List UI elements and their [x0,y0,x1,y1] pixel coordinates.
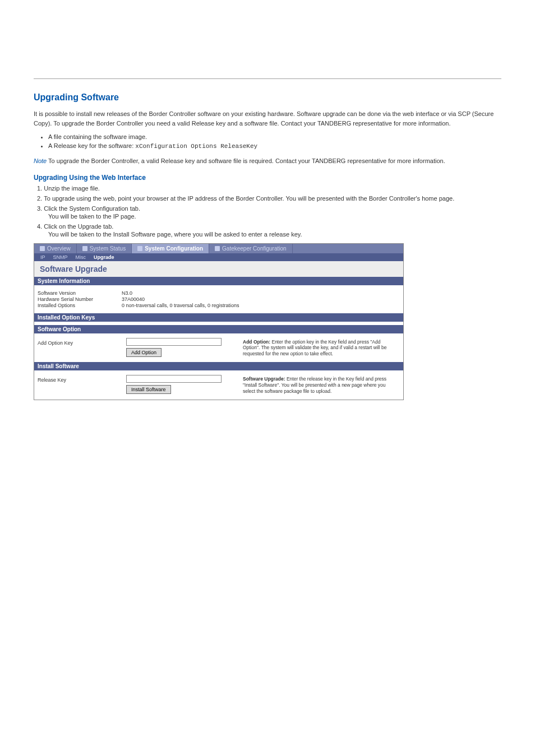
clock-icon [82,246,87,251]
doc-steps: Unzip the image file. To upgrade using t… [34,185,501,238]
install-software-button[interactable]: Install Software [126,385,171,394]
kv-row: Hardware Serial Number 37A00040 [38,296,400,302]
tab-system-configuration[interactable]: System Configuration [132,244,209,253]
install-software-help: Software Upgrade: Enter the release key … [243,375,400,395]
config-code: xConfiguration Options ReleaseKey [135,143,257,150]
kv-value: 37A00040 [122,296,400,302]
section-software-option: Software Option [34,325,403,333]
kv-key: Hardware Serial Number [38,296,122,302]
add-option-key-input[interactable] [126,338,222,346]
wrench-icon [215,246,220,251]
tab-label: System Status [90,245,126,252]
help-bold: Software Upgrade: [243,376,285,382]
kv-value: N3.0 [122,290,400,296]
step-item: Click on the Upgrade tab. You will be ta… [34,223,501,238]
doc-subheading: Upgrading Using the Web Interface [34,174,501,182]
list-item: A file containing the software image. [48,133,501,140]
sub-tabs: IP SNMP Misc Upgrade [34,253,403,261]
section-system-information: System Information [34,277,403,285]
kv-row: Installed Options 0 non-traversal calls,… [38,303,400,308]
tab-system-status[interactable]: System Status [77,244,132,253]
release-key-input[interactable] [126,375,222,383]
step-text: To upgrade using the web, point your bro… [44,195,454,202]
subtab-ip[interactable]: IP [36,253,49,261]
tab-label: Overview [47,245,71,252]
step-follow: You will be taken to the Install Softwar… [48,231,501,238]
page-divider [34,78,501,79]
help-bold: Add Option: [243,339,270,345]
kv-row: Software Version N3.0 [38,290,400,296]
step-item: Click the System Configuration tab. You … [34,205,501,220]
kv-key: Installed Options [38,303,122,308]
wrench-icon [137,246,142,251]
tab-gatekeeper-configuration[interactable]: Gatekeeper Configuration [209,244,293,253]
page-heading: Software Upgrade [34,261,403,277]
section-install-software: Install Software [34,362,403,370]
step-text: Click on the Upgrade tab. [44,223,113,230]
add-option-key-label: Add Option Key [38,338,122,346]
step-text: Unzip the image file. [44,185,100,192]
tab-overview[interactable]: Overview [34,244,77,253]
subtab-snmp[interactable]: SNMP [49,253,72,261]
section-installed-option-keys: Installed Option Keys [34,313,403,322]
list-item: A Release key for the software: xConfigu… [48,142,501,150]
list-item-text: A Release key for the software: [48,142,135,149]
doc-requirements-list: A file containing the software image. A … [34,133,501,150]
note-body: To upgrade the Border Controller, a vali… [47,157,445,164]
note-label: Note [34,157,47,164]
step-item: To upgrade using the web, point your bro… [34,195,501,202]
add-option-button[interactable]: Add Option [126,348,162,357]
release-key-label: Release Key [38,375,122,383]
tab-label: Gatekeeper Configuration [222,245,287,252]
doc-title: Upgrading Software [34,92,501,103]
step-item: Unzip the image file. [34,185,501,192]
step-follow: You will be taken to the IP page. [48,213,501,220]
kv-key: Software Version [38,290,122,296]
doc-note: Note To upgrade the Border Controller, a… [34,156,501,166]
ui-screenshot-panel: Overview System Status System Configurat… [34,243,404,401]
kv-value: 0 non-traversal calls, 0 traversal calls… [122,303,400,308]
tab-label: System Configuration [145,245,203,252]
add-option-help: Add Option: Enter the option key in the … [243,338,400,358]
subtab-misc[interactable]: Misc [72,253,90,261]
clipboard-icon [40,246,45,251]
subtab-upgrade[interactable]: Upgrade [90,253,118,261]
doc-intro: It is possible to install new releases o… [34,109,501,128]
main-tabs: Overview System Status System Configurat… [34,244,403,253]
step-text: Click the System Configuration tab. [44,205,140,212]
